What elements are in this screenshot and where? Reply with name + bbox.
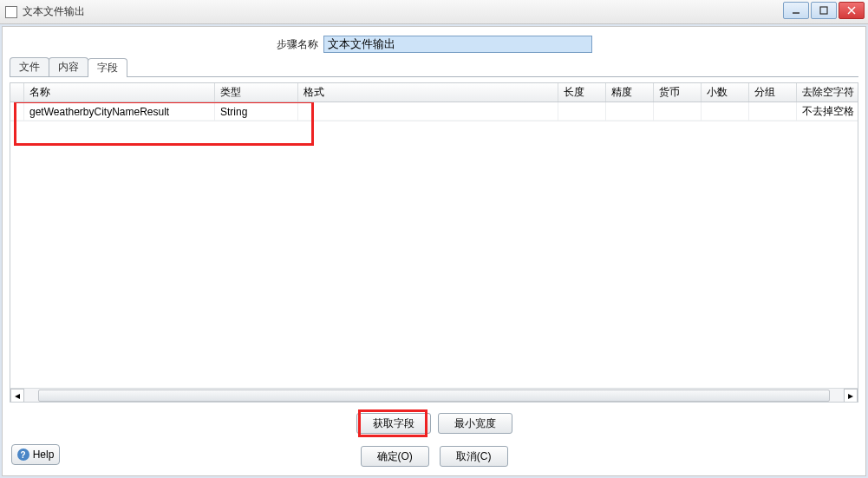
col-header-decimal[interactable]: 小数 [702, 83, 749, 101]
cell-format[interactable] [298, 102, 558, 121]
cell-decimal[interactable] [702, 102, 749, 121]
grid-header: 名称 类型 格式 长度 精度 货币 小数 分组 去除空字符 [10, 83, 858, 102]
cell-type[interactable]: String [215, 102, 298, 121]
action-buttons-row: 获取字段 最小宽度 [3, 406, 865, 439]
cancel-button[interactable]: 取消(C) [440, 446, 508, 467]
tab-file[interactable]: 文件 [10, 57, 49, 76]
get-fields-button[interactable]: 获取字段 [356, 413, 431, 434]
col-header-type[interactable]: 类型 [215, 83, 298, 101]
col-header-precision[interactable]: 精度 [606, 83, 654, 101]
fields-grid: 名称 类型 格式 长度 精度 货币 小数 分组 去除空字符 getWeather… [10, 82, 858, 403]
scroll-right-icon[interactable]: ▸ [844, 389, 858, 403]
grid-body: getWeatherbyCityNameResult String 不去掉空格 [10, 102, 858, 388]
scroll-thumb[interactable] [38, 390, 830, 402]
cell-length[interactable] [558, 102, 606, 121]
col-header-currency[interactable]: 货币 [654, 83, 702, 101]
tabs-bar: 文件 内容 字段 [10, 58, 858, 77]
min-width-button[interactable]: 最小宽度 [438, 413, 512, 434]
col-header-name[interactable]: 名称 [24, 83, 215, 101]
help-icon: ? [17, 449, 29, 461]
col-header-length[interactable]: 长度 [558, 83, 606, 101]
dialog-content: 步骤名称 文件 内容 字段 名称 类型 格式 长度 精度 货币 小数 分组 去除… [2, 26, 866, 476]
titlebar: 文本文件输出 [0, 0, 868, 24]
window-title: 文本文件输出 [23, 4, 85, 19]
dialog-buttons-row: ? Help 确定(O) 取消(C) [3, 439, 865, 475]
document-icon [5, 6, 17, 18]
step-name-input[interactable] [323, 36, 592, 53]
cell-currency[interactable] [654, 102, 702, 121]
row-number-header [10, 83, 24, 101]
tab-content[interactable]: 内容 [49, 57, 88, 76]
table-row[interactable]: getWeatherbyCityNameResult String 不去掉空格 [10, 102, 858, 121]
ok-button[interactable]: 确定(O) [361, 446, 429, 467]
cell-group[interactable] [749, 102, 797, 121]
col-header-group[interactable]: 分组 [749, 83, 797, 101]
cell-trim[interactable]: 不去掉空格 [797, 102, 858, 121]
help-button[interactable]: ? Help [11, 444, 60, 465]
minimize-button[interactable] [783, 2, 809, 19]
row-number-cell [10, 102, 24, 121]
col-header-format[interactable]: 格式 [298, 83, 558, 101]
maximize-button[interactable] [811, 2, 837, 19]
close-button[interactable] [839, 2, 865, 19]
scroll-left-icon[interactable]: ◂ [10, 389, 24, 403]
svg-rect-1 [820, 7, 827, 14]
horizontal-scrollbar[interactable]: ◂ ▸ [10, 388, 858, 402]
cell-precision[interactable] [606, 102, 654, 121]
step-name-label: 步骤名称 [277, 37, 318, 52]
help-label: Help [33, 449, 55, 461]
tab-fields[interactable]: 字段 [88, 58, 127, 77]
col-header-trim[interactable]: 去除空字符 [797, 83, 858, 101]
cell-name[interactable]: getWeatherbyCityNameResult [24, 102, 215, 121]
window-controls [783, 2, 865, 19]
step-name-row: 步骤名称 [3, 27, 865, 58]
